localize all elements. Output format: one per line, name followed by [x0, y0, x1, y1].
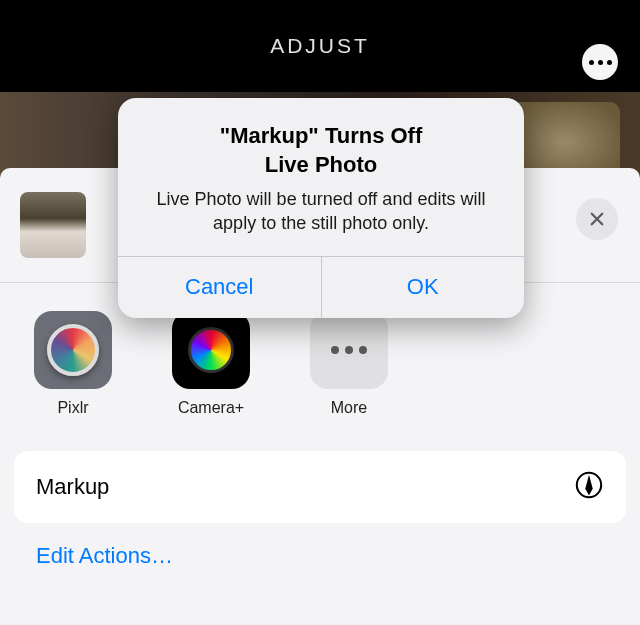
alert-dialog: "Markup" Turns Off Live Photo Live Photo…	[118, 98, 524, 318]
ok-button[interactable]: OK	[321, 257, 525, 318]
alert-actions: Cancel OK	[118, 256, 524, 318]
cancel-button[interactable]: Cancel	[118, 257, 321, 318]
alert-backdrop: "Markup" Turns Off Live Photo Live Photo…	[0, 0, 640, 625]
alert-title-line: "Markup" Turns Off	[220, 123, 423, 148]
alert-title-line: Live Photo	[265, 152, 377, 177]
alert-message: Live Photo will be turned off and edits …	[144, 187, 498, 236]
alert-body: "Markup" Turns Off Live Photo Live Photo…	[118, 98, 524, 256]
alert-title: "Markup" Turns Off Live Photo	[144, 122, 498, 179]
